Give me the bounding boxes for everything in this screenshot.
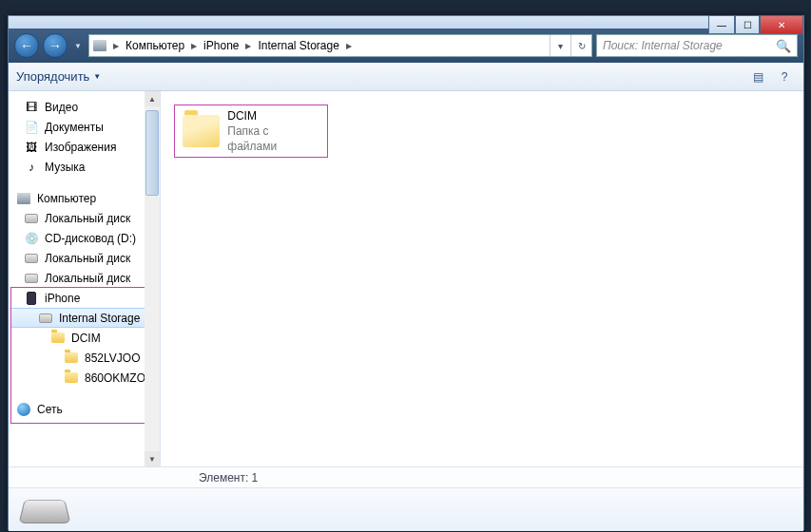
back-button[interactable]: ←	[14, 33, 39, 58]
explorer-window: — ☐ ✕ ← → ▼ ▶ Компьютер ▶ iPhone ▶ Inter…	[8, 15, 804, 530]
search-input[interactable]: Поиск: Internal Storage 🔍	[596, 34, 798, 57]
search-icon[interactable]: 🔍	[776, 39, 791, 53]
tree-label: Документы	[45, 121, 104, 134]
folder-icon	[64, 351, 79, 366]
view-options-button[interactable]: ▤	[746, 66, 769, 87]
titlebar[interactable]: — ☐ ✕	[9, 16, 803, 28]
tree-item-subfolder[interactable]: 860OKMZO	[9, 368, 160, 388]
forward-button[interactable]: →	[43, 33, 68, 58]
navigation-bar: ← → ▼ ▶ Компьютер ▶ iPhone ▶ Internal St…	[9, 28, 803, 63]
chevron-down-icon: ▼	[93, 72, 101, 81]
maximize-button[interactable]: ☐	[735, 15, 760, 34]
breadcrumb-iphone[interactable]: iPhone	[200, 35, 242, 56]
tree-label: iPhone	[45, 292, 80, 305]
toolbar: Упорядочить ▼ ▤ ?	[9, 63, 803, 91]
breadcrumb-computer[interactable]: Компьютер	[122, 35, 188, 56]
search-placeholder: Поиск: Internal Storage	[603, 39, 723, 52]
details-pane	[9, 487, 803, 531]
tree-label: 860OKMZO	[85, 371, 145, 385]
folder-item-dcim[interactable]: DCIM Папка с файлами	[174, 104, 328, 158]
tree-label: Музыка	[45, 161, 85, 174]
drive-icon	[24, 251, 39, 266]
window-buttons: — ☐ ✕	[708, 15, 803, 34]
tree-label: Локальный диск	[45, 212, 130, 225]
tree-label: Internal Storage	[59, 312, 140, 325]
document-icon: 📄	[24, 120, 39, 135]
tree-label: CD-дисковод (D:)	[45, 232, 136, 245]
drive-icon	[38, 311, 53, 326]
drive-icon	[18, 500, 70, 523]
computer-icon	[93, 40, 106, 51]
folder-icon	[183, 115, 220, 147]
tree-label: Компьютер	[37, 192, 96, 205]
folder-subtitle: Папка с файлами	[227, 124, 319, 154]
folder-icon	[64, 370, 79, 386]
tree-label: Сеть	[37, 403, 63, 416]
tree-item-subfolder[interactable]: 852LVJOO	[9, 348, 160, 368]
nav-history-dropdown[interactable]: ▼	[71, 36, 85, 55]
tree-item-drive[interactable]: Локальный диск	[9, 248, 160, 268]
tree-item-computer[interactable]: Компьютер	[9, 188, 160, 208]
scroll-up-button[interactable]: ▲	[145, 91, 160, 106]
minimize-button[interactable]: —	[708, 15, 735, 34]
tree-item-images[interactable]: 🖼Изображения	[9, 137, 160, 157]
content-pane[interactable]: DCIM Папка с файлами	[161, 91, 803, 466]
tree-item-documents[interactable]: 📄Документы	[9, 117, 160, 137]
disc-icon: 💿	[24, 231, 39, 246]
folder-text: DCIM Папка с файлами	[227, 108, 319, 154]
scroll-thumb[interactable]	[145, 110, 159, 196]
tree-label: Изображения	[45, 141, 116, 154]
tree-item-drive[interactable]: Локальный диск	[9, 208, 160, 228]
chevron-icon[interactable]: ▶	[188, 42, 200, 50]
tree-item-network[interactable]: Сеть	[9, 399, 160, 419]
drive-icon	[24, 211, 39, 226]
folder-name: DCIM	[227, 108, 319, 124]
refresh-button[interactable]: ↻	[570, 35, 591, 56]
tree-item-iphone[interactable]: iPhone	[9, 288, 160, 308]
navigation-tree: 🎞Видео 📄Документы 🖼Изображения ♪Музыка К…	[9, 91, 161, 466]
network-icon	[16, 402, 31, 417]
tree-label: Видео	[45, 101, 78, 114]
status-bar: Элемент: 1	[9, 466, 803, 487]
address-root-icon[interactable]	[89, 35, 110, 56]
help-button[interactable]: ?	[773, 66, 796, 87]
body: 🎞Видео 📄Документы 🖼Изображения ♪Музыка К…	[9, 91, 803, 466]
tree-label: Локальный диск	[45, 252, 130, 265]
tree-item-music[interactable]: ♪Музыка	[9, 157, 160, 177]
tree-item-drive[interactable]: Локальный диск	[9, 268, 160, 288]
status-text: Элемент: 1	[199, 471, 258, 484]
breadcrumb-internal-storage[interactable]: Internal Storage	[254, 35, 342, 56]
folder-icon	[50, 331, 66, 346]
organize-button[interactable]: Упорядочить ▼	[16, 69, 101, 84]
drive-icon	[24, 271, 39, 286]
close-button[interactable]: ✕	[760, 15, 803, 34]
tree-scrollbar[interactable]: ▲ ▼	[145, 91, 160, 466]
tree-label: Локальный диск	[45, 272, 130, 285]
scroll-down-button[interactable]: ▼	[145, 451, 160, 466]
chevron-icon[interactable]: ▶	[242, 42, 254, 50]
music-icon: ♪	[24, 160, 39, 175]
tree-label: 852LVJOO	[85, 352, 140, 365]
phone-icon	[24, 291, 39, 306]
film-icon: 🎞	[24, 100, 39, 115]
address-bar[interactable]: ▶ Компьютер ▶ iPhone ▶ Internal Storage …	[88, 34, 592, 57]
tree-label: DCIM	[71, 332, 101, 345]
chevron-icon[interactable]: ▶	[110, 42, 122, 50]
tree-item-internal-storage[interactable]: Internal Storage	[10, 308, 158, 328]
organize-label: Упорядочить	[16, 69, 89, 84]
address-dropdown[interactable]: ▾	[550, 35, 570, 56]
image-icon: 🖼	[24, 140, 39, 155]
tree-item-video[interactable]: 🎞Видео	[9, 97, 160, 117]
computer-icon	[16, 191, 31, 206]
tree-item-cd[interactable]: 💿CD-дисковод (D:)	[9, 228, 160, 248]
chevron-icon[interactable]: ▶	[343, 42, 355, 50]
tree-item-dcim[interactable]: DCIM	[9, 328, 160, 348]
